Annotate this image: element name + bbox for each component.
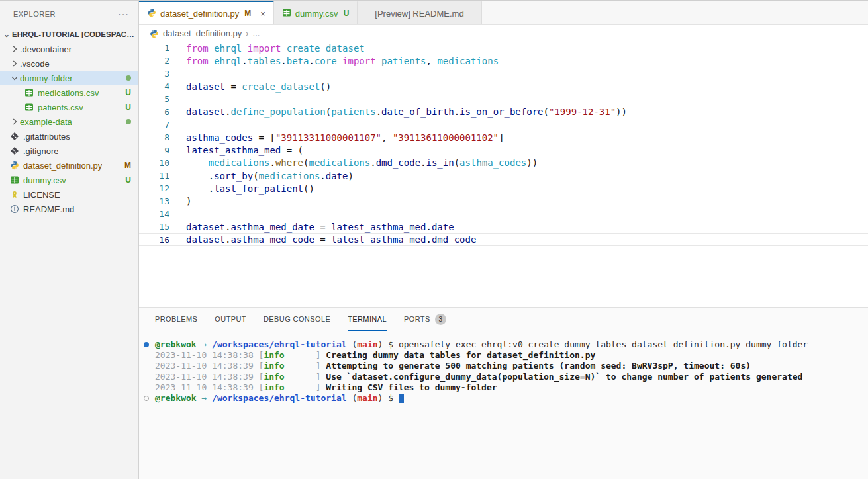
code-editor[interactable]: 1from ehrql import create_dataset2from e… bbox=[139, 42, 868, 246]
terminal-text: @rebkwok bbox=[155, 393, 197, 403]
git-status-badge: U bbox=[125, 88, 131, 97]
tree-item-patients-csv[interactable]: patients.csvU bbox=[0, 100, 138, 114]
code-line-text: dataset.define_population(patients.date_… bbox=[186, 107, 627, 117]
tree-item-gitattributes[interactable]: .gitattributes bbox=[0, 129, 138, 144]
tree-item-label: dataset_definition.py bbox=[23, 161, 102, 171]
python-file-icon bbox=[147, 8, 156, 19]
breadcrumb-separator-icon: › bbox=[246, 28, 248, 38]
tree-item-label: LICENSE bbox=[23, 190, 60, 200]
git-file-icon bbox=[9, 146, 20, 156]
tab-dummy-csv[interactable]: dummy.csvU bbox=[274, 1, 358, 24]
breadcrumb-file: dataset_definition.py bbox=[163, 28, 242, 38]
command-success-icon bbox=[144, 342, 149, 347]
tree-item-medications-csv[interactable]: medications.csvU bbox=[0, 85, 138, 100]
info-file-icon bbox=[9, 204, 20, 214]
tree-item-license[interactable]: LICENSE bbox=[0, 187, 138, 202]
breadcrumb[interactable]: dataset_definition.py › ... bbox=[139, 25, 868, 42]
terminal-text: @rebkwok bbox=[155, 339, 197, 349]
line-number: 12 bbox=[139, 183, 169, 193]
line-number: 1 bbox=[139, 43, 169, 53]
changes-dot-badge bbox=[126, 119, 131, 124]
tree-item-label: .devcontainer bbox=[20, 44, 72, 54]
changes-dot-badge bbox=[126, 75, 131, 81]
code-line-text: dataset.asthma_med_code = latest_asthma_… bbox=[186, 234, 476, 245]
csv-file-icon bbox=[282, 8, 291, 19]
explorer-title: EXPLORER bbox=[13, 10, 56, 18]
terminal-line: @rebkwok → /workspaces/ehrql-tutorial (m… bbox=[143, 393, 864, 404]
more-actions-icon[interactable]: ··· bbox=[118, 9, 129, 19]
terminal-text: info bbox=[264, 361, 284, 370]
terminal-text: → bbox=[197, 393, 212, 403]
tree-item-dummy-csv[interactable]: dummy.csvU bbox=[0, 173, 138, 187]
terminal-text: ( bbox=[347, 393, 358, 403]
line-number: 6 bbox=[139, 107, 169, 117]
git-file-icon bbox=[9, 131, 20, 142]
tab-label: dummy.csv bbox=[295, 9, 338, 19]
terminal-line: 2023-11-10 14:38:39 [info ] Use `dataset… bbox=[143, 372, 864, 382]
tree-item-dummy-folder[interactable]: dummy-folder bbox=[0, 71, 138, 85]
python-file-icon bbox=[150, 29, 159, 38]
terminal-line: 2023-11-10 14:38:39 [info ] Attempting t… bbox=[143, 361, 864, 371]
workspace-root-label: EHRQL-TUTORIAL [CODESPACES:... bbox=[12, 30, 138, 38]
tree-item-label: dummy-folder bbox=[20, 73, 72, 83]
tree-item-example-data[interactable]: example-data bbox=[0, 114, 138, 129]
close-icon[interactable]: × bbox=[260, 9, 265, 19]
tree-item-label: .gitignore bbox=[23, 146, 58, 156]
code-line-text: .last_for_patient() bbox=[186, 183, 314, 194]
code-line: 10 medications.where(medications.dmd_cod… bbox=[139, 157, 868, 169]
terminal[interactable]: @rebkwok → /workspaces/ehrql-tutorial (m… bbox=[139, 331, 868, 404]
csv-file-icon bbox=[24, 102, 34, 112]
workspace-root-item[interactable]: ⌄ EHRQL-TUTORIAL [CODESPACES:... bbox=[0, 27, 138, 42]
csv-file-icon bbox=[9, 175, 20, 185]
terminal-line: 2023-11-10 14:38:38 [info ] Creating dum… bbox=[143, 350, 864, 361]
code-line: 14 bbox=[139, 208, 868, 220]
terminal-text: main bbox=[357, 339, 377, 349]
tree-indent-guide bbox=[15, 100, 15, 114]
tab-label: dataset_definition.py bbox=[160, 9, 239, 19]
chevron-down-icon bbox=[9, 73, 20, 83]
code-line: 16dataset.asthma_med_code = latest_asthm… bbox=[139, 233, 868, 245]
code-line: 7 bbox=[139, 118, 868, 131]
tree-item-label: .gitattributes bbox=[23, 132, 70, 142]
tree-item-gitignore[interactable]: .gitignore bbox=[0, 144, 138, 158]
breadcrumb-more: ... bbox=[253, 28, 260, 38]
code-line: 12 .last_for_patient() bbox=[139, 182, 868, 195]
tree-item-vscode[interactable]: .vscode bbox=[0, 56, 138, 71]
panel-tab-label: DEBUG CONSOLE bbox=[264, 315, 330, 323]
terminal-text: info bbox=[264, 382, 284, 392]
tab-dataset-definition-py[interactable]: dataset_definition.pyM× bbox=[139, 1, 274, 24]
tree-item-devcontainer[interactable]: .devcontainer bbox=[0, 42, 138, 56]
terminal-text: ) $ bbox=[378, 393, 399, 403]
code-line: 15dataset.asthma_med_date = latest_asthm… bbox=[139, 220, 868, 233]
panel-tab-terminal[interactable]: TERMINAL bbox=[348, 308, 387, 331]
terminal-text: 2023-11-10 14:38:39 [ bbox=[155, 382, 264, 392]
chevron-right-icon bbox=[9, 117, 20, 126]
tree-item-label: medications.csv bbox=[38, 88, 99, 98]
panel-tab-output[interactable]: OUTPUT bbox=[215, 308, 246, 331]
indent-guide bbox=[195, 169, 195, 182]
terminal-text: opensafely exec ehrql:v0 create-dummy-ta… bbox=[399, 339, 808, 349]
terminal-text: Attempting to generate 500 matching pati… bbox=[326, 361, 751, 370]
code-line-text: from ehrql import create_dataset bbox=[186, 43, 365, 54]
code-line-text: asthma_codes = ["39113311000001107", "39… bbox=[186, 132, 504, 143]
tree-item-readme-md[interactable]: README.md bbox=[0, 202, 138, 216]
code-line: 13) bbox=[139, 195, 868, 208]
tree-item-label: .vscode bbox=[20, 59, 50, 69]
panel-tab-problems[interactable]: PROBLEMS bbox=[155, 308, 197, 331]
tree-item-dataset-definition-py[interactable]: dataset_definition.pyM bbox=[0, 158, 138, 173]
git-status-badge: U bbox=[125, 103, 131, 112]
tab-label: [Preview] README.md bbox=[375, 9, 463, 19]
terminal-text: Writing CSV files to dummy-folder bbox=[326, 382, 497, 392]
chevron-right-icon bbox=[9, 59, 20, 68]
terminal-text: Use `dataset.configure_dummy_data(popula… bbox=[326, 372, 802, 382]
line-number: 2 bbox=[139, 56, 169, 65]
line-number: 11 bbox=[139, 171, 169, 181]
ports-count-badge: 3 bbox=[435, 314, 446, 325]
panel-tab-ports[interactable]: PORTS3 bbox=[404, 308, 446, 331]
git-status-badge: U bbox=[125, 175, 131, 185]
tab-preview-readme-md[interactable]: [Preview] README.md bbox=[358, 1, 481, 24]
chevron-right-icon bbox=[9, 44, 20, 54]
panel-tab-debug-console[interactable]: DEBUG CONSOLE bbox=[264, 308, 330, 331]
line-number: 3 bbox=[139, 69, 169, 79]
code-line-text: medications.where(medications.dmd_code.i… bbox=[186, 157, 538, 168]
